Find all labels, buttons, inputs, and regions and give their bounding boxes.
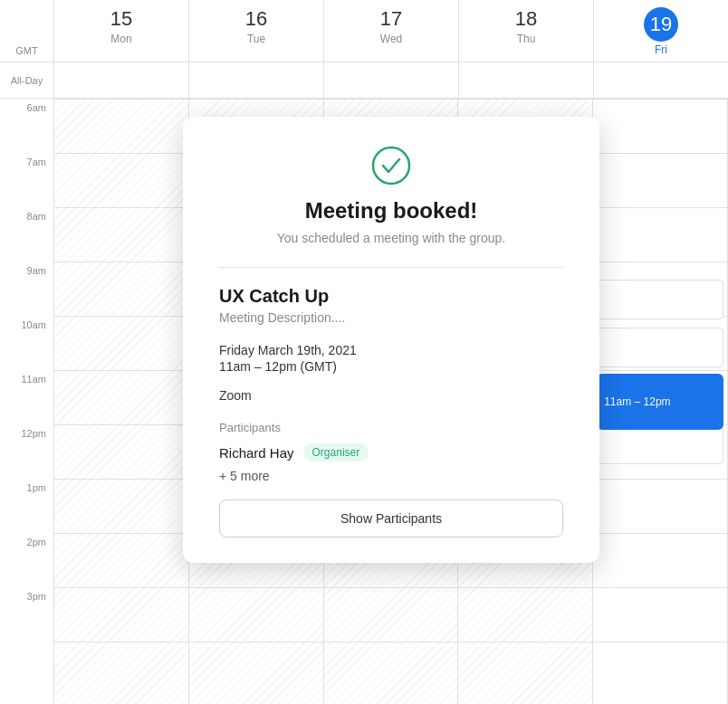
allday-cell-fri xyxy=(594,62,728,98)
grid-area: 11am – 12pm Meeting booked! You schedule… xyxy=(54,99,728,704)
day-header-wed[interactable]: 17Wed xyxy=(324,0,459,62)
time-label-11am: 11am xyxy=(0,370,53,424)
modal-success-icon xyxy=(219,146,563,186)
allday-cell-thu xyxy=(459,62,594,98)
day-number: 15 xyxy=(58,7,185,31)
organiser-badge: Organiser xyxy=(303,443,369,461)
allday-label: All-Day xyxy=(0,62,54,98)
time-label-10am: 10am xyxy=(0,316,53,370)
day-number: 18 xyxy=(463,7,589,31)
day-name: Wed xyxy=(328,33,455,45)
day-name: Fri xyxy=(598,43,724,56)
organiser-name: Richard Hay xyxy=(219,445,294,461)
day-name: Tue xyxy=(193,33,320,45)
time-label-3pm: 3pm xyxy=(0,587,53,642)
allday-cell-mon xyxy=(54,62,189,98)
day-name: Mon xyxy=(58,33,185,45)
time-label-6am: 6am xyxy=(0,99,53,153)
check-circle-icon xyxy=(371,146,411,186)
time-label-8am: 8am xyxy=(0,207,53,262)
day-header-mon[interactable]: 15Mon xyxy=(54,0,189,62)
allday-row: All-Day xyxy=(0,62,728,99)
day-header-thu[interactable]: 18Thu xyxy=(459,0,594,62)
modal-subtitle: You scheduled a meeting with the group. xyxy=(219,231,563,245)
time-label-9am: 9am xyxy=(0,262,53,316)
day-name: Thu xyxy=(463,33,589,45)
time-label-2pm: 2pm xyxy=(0,533,53,587)
meeting-date: Friday March 19th, 2021 xyxy=(219,343,563,357)
svg-point-0 xyxy=(373,147,409,184)
meeting-time: 11am – 12pm (GMT) xyxy=(219,359,563,374)
participants-label: Participants xyxy=(219,421,563,434)
time-label-1pm: 1pm xyxy=(0,479,53,533)
day-header-fri[interactable]: 19Fri xyxy=(594,0,728,62)
day-header-tue[interactable]: 16Tue xyxy=(189,0,324,62)
more-participants: + 5 more xyxy=(219,469,563,483)
calendar-header: GMT 15Mon16Tue17Wed18Thu19Fri xyxy=(0,0,728,62)
modal-overlay: Meeting booked! You scheduled a meeting … xyxy=(54,99,728,704)
meeting-platform: Zoom xyxy=(219,388,563,403)
allday-cell-wed xyxy=(324,62,459,98)
calendar-body: 6am7am8am9am10am11am12pm1pm2pm3pm xyxy=(0,99,728,704)
day-number: 19 xyxy=(644,7,678,42)
participant-row: Richard Hay Organiser xyxy=(219,443,563,461)
day-number: 17 xyxy=(328,7,455,31)
day-number: 16 xyxy=(193,7,320,31)
modal-divider xyxy=(219,267,563,268)
time-labels: 6am7am8am9am10am11am12pm1pm2pm3pm xyxy=(0,99,54,704)
allday-cell-tue xyxy=(189,62,324,98)
meeting-description: Meeting Description.... xyxy=(219,310,563,325)
calendar-wrapper: GMT 15Mon16Tue17Wed18Thu19Fri All-Day 6a… xyxy=(0,0,728,704)
meeting-title: UX Catch Up xyxy=(219,286,563,307)
time-label-12pm: 12pm xyxy=(0,424,53,479)
gmt-label: GMT xyxy=(0,0,54,62)
modal-card: Meeting booked! You scheduled a meeting … xyxy=(183,117,599,563)
time-label-7am: 7am xyxy=(0,153,53,207)
modal-title: Meeting booked! xyxy=(219,198,563,224)
show-participants-button[interactable]: Show Participants xyxy=(219,499,563,538)
